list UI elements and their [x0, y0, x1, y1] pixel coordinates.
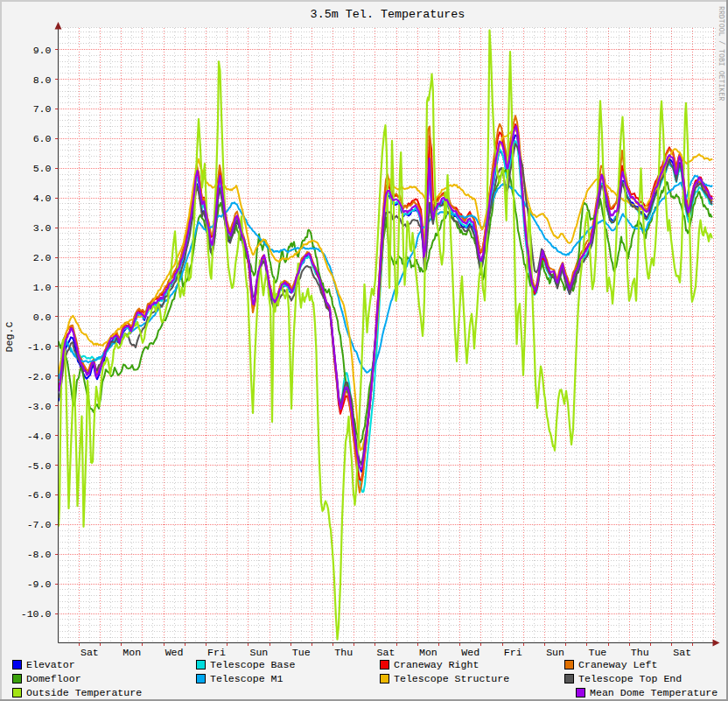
svg-text:-4.0: -4.0 — [27, 431, 52, 442]
svg-text:Elevator: Elevator — [26, 659, 75, 670]
svg-text:Craneway Right: Craneway Right — [394, 659, 479, 670]
svg-text:Telescope M1: Telescope M1 — [210, 673, 284, 684]
svg-text:Mon: Mon — [419, 647, 438, 658]
svg-text:Telescope Top End: Telescope Top End — [578, 673, 682, 684]
svg-text:-7.0: -7.0 — [27, 519, 52, 530]
svg-text:2.0: 2.0 — [33, 252, 52, 263]
svg-text:0.0: 0.0 — [33, 312, 52, 323]
svg-text:Mon: Mon — [122, 647, 141, 658]
svg-text:-8.0: -8.0 — [27, 549, 52, 560]
svg-text:Craneway Left: Craneway Left — [578, 659, 657, 670]
svg-text:1.0: 1.0 — [33, 282, 52, 293]
svg-text:Wed: Wed — [165, 647, 184, 658]
svg-text:Wed: Wed — [461, 647, 480, 658]
svg-text:-9.0: -9.0 — [27, 578, 52, 590]
svg-text:-3.0: -3.0 — [27, 401, 52, 412]
svg-text:9.0: 9.0 — [33, 45, 52, 56]
svg-text:Outside Temperature: Outside Temperature — [26, 687, 142, 698]
svg-text:7.0: 7.0 — [33, 103, 52, 115]
svg-text:Sat: Sat — [377, 647, 396, 658]
svg-text:-10.0: -10.0 — [21, 608, 52, 620]
svg-text:Tue: Tue — [588, 647, 606, 658]
svg-text:Sun: Sun — [249, 647, 268, 658]
svg-text:Sun: Sun — [546, 647, 564, 658]
svg-text:Thu: Thu — [334, 647, 353, 658]
svg-text:Sat: Sat — [80, 647, 99, 658]
svg-text:6.0: 6.0 — [33, 133, 52, 144]
svg-text:4.0: 4.0 — [33, 193, 52, 204]
svg-text:Fri: Fri — [207, 647, 226, 658]
svg-text:5.0: 5.0 — [33, 163, 52, 174]
svg-text:Telescope Structure: Telescope Structure — [394, 673, 509, 684]
svg-text:-1.0: -1.0 — [27, 341, 52, 353]
svg-text:-6.0: -6.0 — [27, 489, 52, 501]
svg-text:Sat: Sat — [673, 647, 691, 658]
svg-text:Tue: Tue — [292, 647, 311, 658]
svg-text:-2.0: -2.0 — [27, 371, 52, 382]
svg-text:3.5m Tel. Temperatures: 3.5m Tel. Temperatures — [311, 8, 466, 21]
svg-text:3.0: 3.0 — [33, 222, 52, 234]
svg-text:Deg.C: Deg.C — [4, 322, 15, 353]
svg-text:Telescope Base: Telescope Base — [210, 659, 295, 670]
svg-text:8.0: 8.0 — [33, 74, 52, 86]
svg-text:Fri: Fri — [504, 647, 522, 658]
svg-text:Domefloor: Domefloor — [26, 673, 81, 684]
svg-text:Mean Dome Temperature: Mean Dome Temperature — [590, 687, 718, 698]
svg-text:RRDTOOL / TOBI OETIKER: RRDTOOL / TOBI OETIKER — [718, 6, 725, 101]
svg-text:-5.0: -5.0 — [27, 460, 52, 472]
svg-text:Thu: Thu — [631, 647, 649, 658]
